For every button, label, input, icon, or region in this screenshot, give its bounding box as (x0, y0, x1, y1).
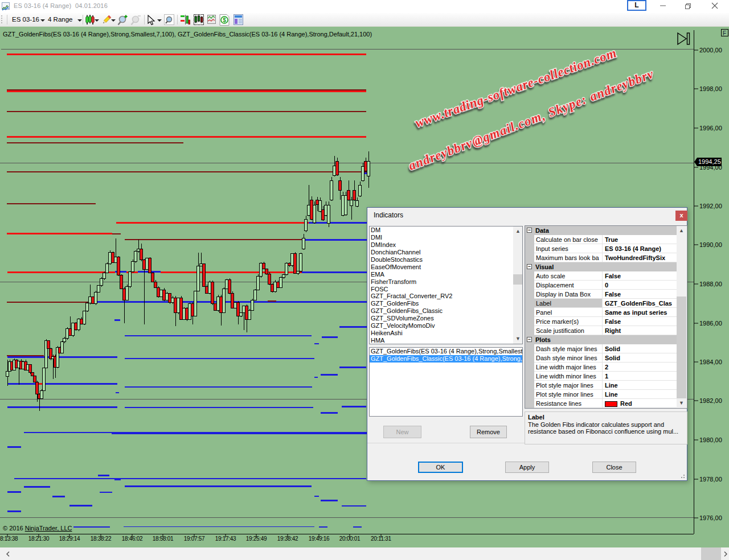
svg-text:1992,00: 1992,00 (699, 203, 722, 209)
svg-text:1988,00: 1988,00 (699, 281, 722, 287)
svg-text:18:46:02: 18:46:02 (122, 536, 143, 542)
svg-text:1996,00: 1996,00 (699, 125, 722, 131)
svg-text:19:38:42: 19:38:42 (277, 536, 298, 542)
svg-text:20:11:31: 20:11:31 (371, 536, 392, 542)
svg-text:18:38:22: 18:38:22 (91, 536, 112, 542)
svg-text:2000,00: 2000,00 (699, 47, 722, 53)
svg-text:19:49:16: 19:49:16 (309, 536, 330, 542)
svg-text:18:58:01: 18:58:01 (153, 536, 174, 542)
svg-text:1982,00: 1982,00 (699, 397, 722, 404)
svg-text:F: F (723, 30, 726, 36)
svg-text:© 2016 NinjaTrader, LLC: © 2016 NinjaTrader, LLC (3, 525, 72, 532)
svg-text:19:17:43: 19:17:43 (215, 536, 236, 542)
svg-text:18:29:14: 18:29:14 (59, 536, 80, 542)
svg-text:1998,00: 1998,00 (699, 85, 722, 92)
svg-text:20:00:01: 20:00:01 (339, 536, 361, 542)
svg-text:1978,00: 1978,00 (699, 476, 722, 483)
svg-text:18:21:30: 18:21:30 (28, 536, 50, 542)
svg-text:1994,25: 1994,25 (698, 158, 721, 165)
svg-text:GZT_GoldenFibs(ES 03-16 (4 Ran: GZT_GoldenFibs(ES 03-16 (4 Range),Strong… (3, 31, 372, 38)
svg-text:19:25:49: 19:25:49 (246, 536, 267, 542)
svg-text:19:07:57: 19:07:57 (184, 536, 205, 542)
svg-text:1980,00: 1980,00 (699, 437, 722, 443)
svg-text:$: $ (223, 17, 226, 23)
svg-text:1986,00: 1986,00 (699, 320, 722, 327)
svg-text:18:13:38: 18:13:38 (0, 536, 18, 542)
svg-text:1976,00: 1976,00 (699, 514, 722, 521)
svg-text:1984,00: 1984,00 (699, 359, 722, 365)
svg-text:1990,00: 1990,00 (699, 241, 722, 248)
